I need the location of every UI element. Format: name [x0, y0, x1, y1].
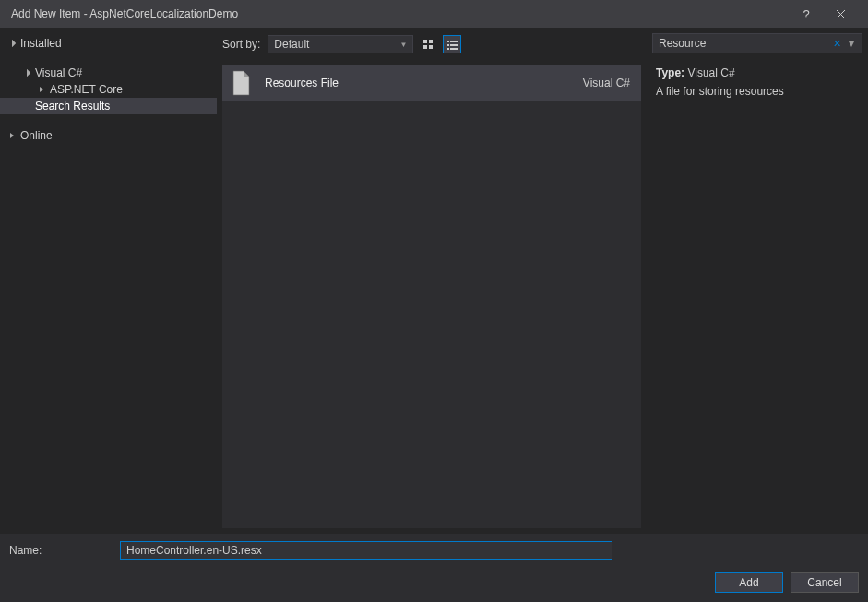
tree-label: Installed [20, 37, 62, 50]
help-button[interactable]: ? [792, 0, 820, 28]
svg-rect-4 [447, 41, 449, 42]
clear-search-icon[interactable]: ✕ [830, 38, 843, 50]
template-item-resources-file[interactable]: Resources File Visual C# [222, 65, 641, 101]
close-button[interactable] [820, 0, 861, 28]
template-list: Resources File Visual C# [222, 65, 641, 528]
info-body: Type: Visual C# A file for storing resou… [647, 63, 868, 101]
list-icon [446, 39, 458, 51]
svg-rect-8 [447, 48, 449, 50]
sort-by-label: Sort by: [222, 38, 260, 51]
sort-by-dropdown[interactable]: Default ▼ [268, 35, 413, 53]
name-row: Name: [9, 541, 859, 560]
info-panel: ✕ ▾ Type: Visual C# A file for storing r… [647, 28, 868, 534]
bottom-bar: Name: Add Cancel [0, 534, 868, 602]
grid-icon [422, 39, 434, 51]
tree-label: Visual C# [35, 66, 82, 79]
tree-item-online[interactable]: Online [0, 127, 217, 144]
view-medium-icons-button[interactable] [419, 35, 437, 53]
tree-label: Search Results [35, 100, 110, 112]
center-panel: Sort by: Default ▼ Resources File Visual… [217, 28, 647, 534]
button-row: Add Cancel [9, 572, 859, 593]
svg-rect-6 [447, 44, 449, 46]
chevron-right-icon [37, 85, 46, 94]
cancel-button[interactable]: Cancel [791, 572, 859, 593]
dialog-title: Add New Item - AspNetCoreLocalizationDem… [11, 7, 792, 20]
view-small-icons-button[interactable] [443, 35, 461, 53]
svg-rect-2 [423, 45, 427, 49]
tree-item-aspnet-core[interactable]: ASP.NET Core [0, 81, 217, 98]
close-icon [836, 9, 846, 19]
tree-label: Online [20, 129, 53, 142]
svg-rect-0 [423, 40, 427, 43]
main-area: Installed Visual C# ASP.NET Core Search … [0, 28, 868, 534]
template-name: Resources File [265, 77, 583, 89]
category-tree: Installed Visual C# ASP.NET Core Search … [0, 28, 217, 534]
chevron-right-icon [7, 131, 17, 140]
name-label: Name: [9, 544, 120, 557]
search-input[interactable] [659, 37, 830, 50]
add-button[interactable]: Add [715, 572, 783, 593]
search-dropdown-icon[interactable]: ▾ [845, 37, 858, 50]
info-description: A file for storing resources [656, 85, 859, 98]
tree-label: ASP.NET Core [50, 83, 123, 96]
tree-item-visual-csharp[interactable]: Visual C# [0, 65, 217, 81]
type-value: Visual C# [687, 66, 734, 79]
chevron-down-icon: ▼ [399, 41, 407, 49]
svg-rect-5 [450, 41, 458, 42]
name-input[interactable] [120, 541, 612, 560]
type-label: Type: [656, 66, 684, 79]
svg-rect-3 [429, 45, 433, 49]
tree-arrow-placeholder [22, 101, 31, 111]
svg-rect-9 [450, 48, 458, 50]
toolbar: Sort by: Default ▼ [217, 28, 647, 55]
svg-rect-1 [429, 40, 433, 43]
svg-rect-7 [450, 44, 458, 46]
file-icon [228, 70, 254, 96]
info-type-row: Type: Visual C# [656, 66, 859, 79]
template-language: Visual C# [583, 77, 630, 89]
sort-by-value: Default [274, 38, 309, 51]
tree-item-installed[interactable]: Installed [0, 35, 217, 52]
tree-item-search-results[interactable]: Search Results [0, 98, 217, 114]
titlebar: Add New Item - AspNetCoreLocalizationDem… [0, 0, 868, 28]
chevron-down-icon [22, 68, 31, 77]
chevron-down-icon [7, 39, 17, 48]
search-box[interactable]: ✕ ▾ [652, 33, 862, 53]
